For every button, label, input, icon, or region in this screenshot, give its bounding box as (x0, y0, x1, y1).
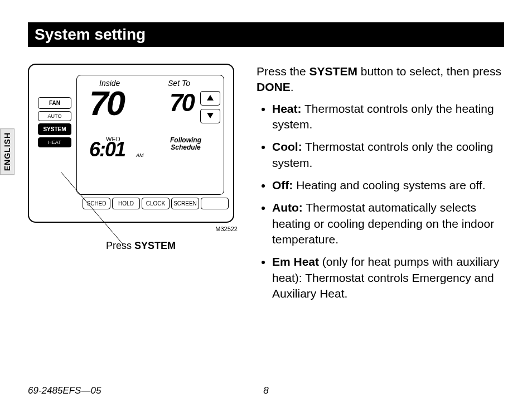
bottom-button-row: SCHED HOLD CLOCK SCREEN (83, 198, 229, 209)
left-button-column: FAN AUTO SYSTEM HEAT (38, 97, 71, 147)
content-row: FAN AUTO SYSTEM HEAT Inside Set To 70 70… (28, 64, 504, 308)
list-item: Off: Heating and cooling systems are off… (272, 178, 504, 193)
page: System setting FAN AUTO SYSTEM HEAT Insi… (0, 0, 532, 412)
fan-button[interactable]: FAN (38, 97, 71, 109)
svg-marker-0 (207, 95, 214, 100)
page-number: 8 (263, 385, 268, 396)
system-button[interactable]: SYSTEM (38, 123, 71, 135)
svg-marker-1 (207, 113, 214, 118)
sched-button[interactable]: SCHED (83, 198, 110, 209)
mode-list: Heat: Thermostat controls only the heati… (257, 101, 504, 302)
blank-button[interactable] (201, 198, 229, 209)
set-temp-value: 70 (170, 89, 194, 117)
section-title: System setting (28, 22, 504, 47)
setto-label: Set To (168, 79, 190, 88)
doc-number: 69-2485EFS—05 (28, 385, 101, 396)
list-item: Heat: Thermostat controls only the heati… (272, 101, 504, 133)
page-footer: 69-2485EFS—05 8 (28, 385, 504, 396)
temp-up-button[interactable] (200, 91, 220, 106)
hold-button[interactable]: HOLD (112, 198, 140, 209)
arrow-down-icon (207, 113, 214, 118)
fan-mode-label: AUTO (38, 111, 71, 121)
ampm-label: AM (136, 152, 144, 158)
list-item: Auto: Thermostat automatically selects h… (272, 200, 504, 247)
instructions-column: Press the SYSTEM button to select, then … (257, 64, 504, 308)
callout-text: Press SYSTEM (106, 240, 176, 252)
diagram-column: FAN AUTO SYSTEM HEAT Inside Set To 70 70… (28, 64, 240, 223)
arrow-up-icon (207, 95, 214, 100)
list-item: Cool: Thermostat controls only the cooli… (272, 139, 504, 171)
diagram-id: M32522 (215, 226, 238, 232)
screen-button[interactable]: SCREEN (171, 198, 199, 209)
system-mode-label: HEAT (38, 137, 71, 147)
temp-down-button[interactable] (200, 109, 220, 123)
intro-paragraph: Press the SYSTEM button to select, then … (257, 64, 504, 95)
inside-temp-value: 70 (89, 83, 123, 123)
lcd-screen: Inside Set To 70 70 WED 6:01 AM Followin… (76, 75, 224, 195)
thermostat-body: FAN AUTO SYSTEM HEAT Inside Set To 70 70… (28, 64, 234, 223)
thermostat-diagram: FAN AUTO SYSTEM HEAT Inside Set To 70 70… (28, 64, 240, 223)
time-value: 6:01 (89, 138, 125, 161)
clock-button[interactable]: CLOCK (142, 198, 170, 209)
temp-updown (200, 91, 220, 123)
list-item: Em Heat (only for heat pumps with auxili… (272, 254, 504, 301)
following-schedule-label: Following Schedule (170, 137, 201, 151)
